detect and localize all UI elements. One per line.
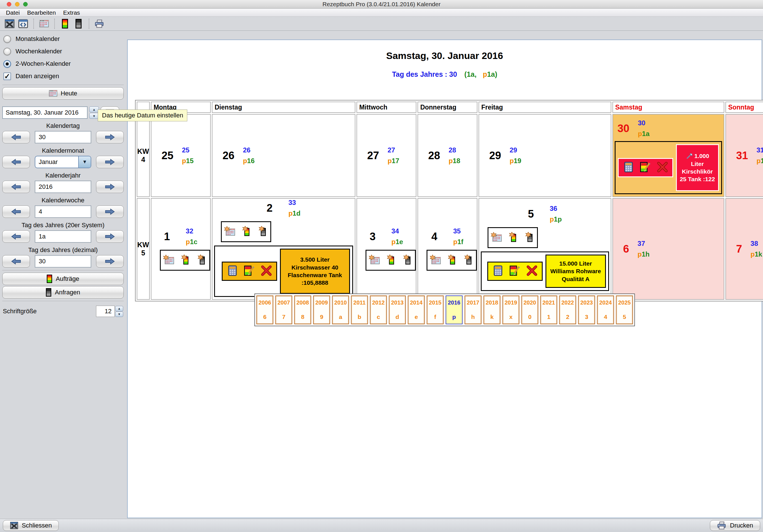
year-cell-2011[interactable]: 2011b [351,296,368,324]
day-cell-29[interactable]: 2929p19 [479,114,611,197]
year-cell-2007[interactable]: 20077 [275,296,292,324]
radio-wochenkalender[interactable] [3,48,11,55]
day-cell-28[interactable]: 2828p18 [417,114,478,197]
event-block[interactable]: 3.500 Liter Kirschwasser 40 Flaschenware… [214,245,353,297]
event-delete-button[interactable] [527,265,537,277]
kalenderwoche-prev-button[interactable] [2,206,30,218]
day-cell-30[interactable]: 3030p1a1.000 Liter Kirschlikör 25 Tank :… [612,114,724,197]
new-calendar-entry-button[interactable] [430,255,441,266]
new-request-button[interactable] [401,255,413,266]
year-cell-2023[interactable]: 20233 [578,296,595,324]
day-cell-26[interactable]: 2626p16 [212,114,355,197]
show-data-checkbox[interactable]: ✓ [3,72,11,80]
toolbar-window-close-icon[interactable] [3,18,16,30]
new-calendar-entry-button[interactable] [491,232,502,243]
day-cell-6[interactable]: 637p1h [612,198,724,300]
event-edit-button[interactable] [640,162,651,174]
day-cell-2[interactable]: 233p1d3.500 Liter Kirschwasser 40 Flasch… [212,198,355,300]
event-delete-button[interactable] [261,265,272,277]
kalenderwoche-next-button[interactable] [96,206,124,218]
day-cell-7[interactable]: 738p1k [725,198,763,300]
chevron-down-icon[interactable]: ▼ [78,156,91,168]
kalenderjahr-next-button[interactable] [96,181,124,193]
event-calc-button[interactable] [623,162,634,174]
toolbar-window-switch-icon[interactable] [16,18,30,30]
year-cell-2014[interactable]: 2014e [408,296,425,324]
anfragen-button[interactable]: Anfragen [2,286,124,299]
tag-des-jahres-20er-next-button[interactable] [96,230,124,243]
new-calendar-entry-button[interactable] [163,255,174,266]
radio-monatskalender[interactable] [3,35,11,43]
year-cell-2006[interactable]: 20066 [257,296,273,324]
schliessen-button[interactable]: Schliessen [3,520,59,531]
year-cell-2016[interactable]: 2016p [446,296,463,324]
menu-item-bearbeiten[interactable]: Bearbeiten [24,9,59,16]
toolbar-calendar-today-icon[interactable] [37,18,51,30]
year-cell-2010[interactable]: 2010a [332,296,349,324]
zoom-window-button[interactable] [23,2,28,7]
toolbar-anfragen-grayscale-icon[interactable] [72,18,85,30]
event-edit-button[interactable] [244,265,255,277]
year-cell-2022[interactable]: 20222 [559,296,576,324]
new-order-button[interactable] [446,255,457,266]
day-cell-1[interactable]: 132p1c [151,198,211,300]
year-cell-2020[interactable]: 20200 [521,296,538,324]
kalendertag-field[interactable]: 30 [35,131,91,143]
new-order-button[interactable] [240,226,252,237]
menu-item-extras[interactable]: Extras [59,9,84,16]
event-calc-button[interactable] [227,265,238,277]
toolbar-print-icon[interactable] [93,18,106,30]
new-request-button[interactable] [196,255,207,266]
tag-des-jahres-dezimal-next-button[interactable] [96,255,124,268]
drucken-button[interactable]: Drucken [710,520,760,531]
toolbar-auftraege-traffic-light-icon[interactable] [58,18,72,30]
new-request-button[interactable] [257,226,268,237]
date-field[interactable]: Samstag, 30. Januar 2016 [2,106,88,119]
day-cell-3[interactable]: 334p1e [357,198,416,300]
year-cell-2013[interactable]: 2013d [389,296,406,324]
tag-des-jahres-dezimal-prev-button[interactable] [2,255,30,268]
new-order-button[interactable] [507,232,518,243]
event-calc-button[interactable] [492,265,503,277]
kalendermonat-next-button[interactable] [96,156,124,168]
event-block[interactable]: 1.000 Liter Kirschlikör 25 Tank :122 [615,141,722,194]
event-delete-button[interactable] [657,162,668,174]
new-request-button[interactable] [463,255,474,266]
year-cell-2025[interactable]: 20255 [616,296,633,324]
event-block[interactable]: 15.000 Liter Williams Rohware Qualität A [481,251,609,291]
tag-des-jahres-20er-prev-button[interactable] [2,230,30,243]
kalenderjahr-field[interactable]: 2016 [35,181,91,193]
date-spinner-down-button[interactable]: ▼ [89,113,99,119]
kalendermonat-select[interactable]: Januar▼ [35,156,91,168]
year-cell-2012[interactable]: 2012c [370,296,387,324]
tag-des-jahres-20er-field[interactable]: 1a [35,230,91,243]
kalendertag-next-button[interactable] [96,131,124,143]
tag-des-jahres-dezimal-field[interactable]: 30 [35,255,91,268]
day-cell-5[interactable]: 536p1p15.000 Liter Williams Rohware Qual… [479,198,611,300]
day-cell-25[interactable]: 2525p15 [151,114,211,197]
day-cell-31[interactable]: 3131p1b [725,114,763,197]
new-calendar-entry-button[interactable] [369,255,380,266]
auftraege-button[interactable]: Aufträge [2,273,124,285]
year-cell-2015[interactable]: 2015f [427,296,444,324]
kalenderjahr-prev-button[interactable] [2,181,30,193]
close-window-button[interactable] [7,2,11,7]
kalenderwoche-field[interactable]: 4 [35,206,91,218]
kalendertag-prev-button[interactable] [2,131,30,143]
day-cell-27[interactable]: 2727p17 [357,114,416,197]
year-cell-2019[interactable]: 2019x [502,296,519,324]
year-cell-2008[interactable]: 20088 [294,296,311,324]
new-calendar-entry-button[interactable] [224,226,235,237]
today-button[interactable]: Heute [2,87,124,100]
kalendermonat-prev-button[interactable] [2,156,30,168]
new-order-button[interactable] [179,255,191,266]
day-cell-4[interactable]: 435p1f [417,198,478,300]
new-order-button[interactable] [385,255,396,266]
year-cell-2021[interactable]: 20211 [540,296,557,324]
menu-item-datei[interactable]: Datei [2,9,24,16]
fontsize-down-button[interactable]: ▼ [115,311,123,317]
year-cell-2017[interactable]: 2017h [465,296,482,324]
event-edit-button[interactable] [510,265,520,277]
radio-2-wochen-kalender[interactable] [3,60,11,68]
year-cell-2009[interactable]: 20099 [313,296,330,324]
